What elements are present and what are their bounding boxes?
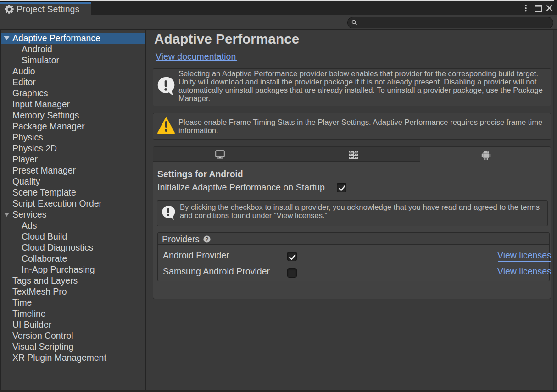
svg-text:?: ? [205,236,208,242]
